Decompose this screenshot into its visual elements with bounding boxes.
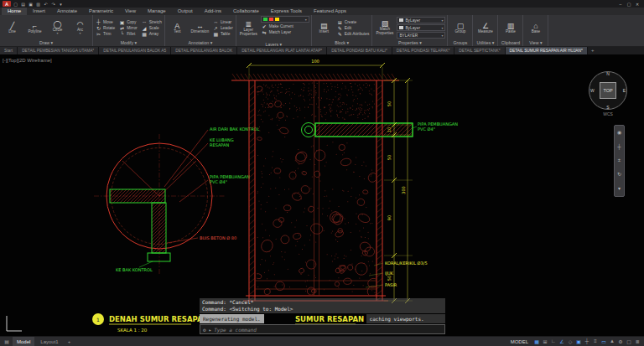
button-edit-attributes[interactable]: ✎Edit Attributes <box>336 31 371 37</box>
viewcube-north[interactable]: N <box>606 71 610 76</box>
pan-icon[interactable]: ┼ <box>617 144 621 150</box>
button-scale[interactable]: ◢Scale <box>141 25 163 31</box>
file-tab-detail-septictank[interactable]: DETAIL SEPTICTANK* <box>454 47 505 54</box>
button-move[interactable]: ┼Move <box>95 19 116 25</box>
layout1-tab[interactable]: Layout1 <box>36 337 62 346</box>
panel-label-groups[interactable]: Groups <box>449 39 470 46</box>
button-create[interactable]: ⊞Create <box>336 19 371 25</box>
command-customize-icon[interactable]: ⚙ <box>203 327 206 333</box>
viewcube-west[interactable]: W <box>590 88 595 93</box>
file-tab-detail-pondasi-batu-kali[interactable]: DETAIL PONDASI BATU KALI* <box>327 47 392 54</box>
button-edit[interactable]: ✎Edit <box>336 25 371 31</box>
object-snap-icon[interactable]: ▣ <box>574 338 583 344</box>
model-tab[interactable]: Model <box>13 337 34 346</box>
button-linear[interactable]: ↔Linear <box>212 19 234 25</box>
ortho-icon[interactable]: ∟ <box>549 338 558 344</box>
button-text[interactable]: AText <box>167 16 188 39</box>
button-insert[interactable]: ▤Insert <box>314 16 335 39</box>
minimize-button[interactable]: – <box>616 1 625 8</box>
panel-label-utilities[interactable]: Utilities ▾ <box>475 39 496 46</box>
button-dimension[interactable]: ↔Dimension <box>190 16 210 39</box>
file-tab-start[interactable]: Start <box>0 47 18 54</box>
zoom-icon[interactable]: ± <box>618 158 621 163</box>
new-file-icon[interactable]: ▢ <box>13 1 18 8</box>
button-mirror[interactable]: ⇄Mirror <box>118 25 138 31</box>
button-match-properties[interactable]: ▨Match Properties <box>374 16 395 39</box>
lineweight-select[interactable]: BYLAYER▾ <box>397 32 445 39</box>
viewcube-top-face[interactable]: TOP <box>600 82 616 99</box>
polar-tracking-icon[interactable]: ∠ <box>558 338 566 344</box>
menu-tab-featured-apps[interactable]: Featured Apps <box>308 8 352 15</box>
viewcube-east[interactable]: E <box>623 88 626 93</box>
isodraft-icon[interactable]: ◇ <box>566 338 574 344</box>
button-array[interactable]: ▦Array <box>141 31 163 37</box>
panel-label-block[interactable]: Block ▾ <box>314 39 371 46</box>
panel-label-properties[interactable]: Properties ▾ <box>374 39 445 46</box>
viewcube-wcs-menu[interactable]: WCS <box>589 111 627 116</box>
button-arc[interactable]: ◠Arc▾ <box>70 16 91 39</box>
file-tab-detail-pembesian-tangga-utama[interactable]: DETAIL PEMBESIAN TANGGA UTAMA* <box>18 47 99 54</box>
new-drawing-tab-button[interactable]: + <box>588 47 598 54</box>
object-track-icon[interactable]: ┼ <box>583 338 591 344</box>
file-tab-detail-pondasi-telapak[interactable]: DETAIL PONDASI TELAPAK* <box>392 47 455 54</box>
panel-label-modify[interactable]: Modify ▾ <box>95 39 163 46</box>
workspace-gear-icon[interactable]: ⚙ <box>616 338 625 344</box>
menu-tab-add-ins[interactable]: Add-ins <box>199 8 227 15</box>
viewcube[interactable]: N S W E TOP WCS <box>589 71 627 110</box>
snap-icon[interactable]: ⊞ <box>541 338 549 344</box>
color-select[interactable]: ByLayer▾ <box>397 17 445 23</box>
model-space-label[interactable]: MODEL <box>511 339 528 344</box>
grid-icon[interactable]: ▦ <box>532 338 541 344</box>
drawing[interactable]: AIR DARI BAK KONTROL KE LUBANG RESAPAN P… <box>0 54 644 336</box>
undo-icon[interactable]: ↶ <box>43 1 49 8</box>
panel-label-draw[interactable]: Draw ▾ <box>2 39 91 46</box>
layer-select[interactable]: ▾ <box>261 16 309 23</box>
menu-tab-insert[interactable]: Insert <box>27 8 51 15</box>
panel-label-clipboard[interactable]: Clipboard <box>500 39 521 46</box>
viewcube-south[interactable]: S <box>606 105 609 110</box>
qat-menu-icon[interactable]: ▾ <box>58 1 64 8</box>
new-layout-button[interactable]: + <box>65 339 75 344</box>
customization-icon[interactable]: ≣ <box>633 338 641 344</box>
button-base[interactable]: ⌂Base <box>525 16 546 39</box>
panel-label-view[interactable]: View ▾ <box>525 39 546 46</box>
redo-icon[interactable]: ↷ <box>50 1 56 8</box>
navbar-more-icon[interactable]: ▾ <box>618 186 621 192</box>
annotation-scale-icon[interactable]: ▲ <box>608 338 616 344</box>
button-match-layer[interactable]: ⇆Match Layer <box>261 29 309 35</box>
button-fillet[interactable]: ╰Fillet <box>118 31 138 37</box>
button-rotate[interactable]: ↻Rotate <box>95 25 116 31</box>
menu-tab-express-tools[interactable]: Express Tools <box>265 8 308 15</box>
button-stretch[interactable]: ⇔Stretch <box>141 19 163 25</box>
menu-tab-output[interactable]: Output <box>172 8 199 15</box>
menu-tab-collaborate[interactable]: Collaborate <box>227 8 265 15</box>
file-tab-detail-sumur-resapan-air-hujan[interactable]: DETAIL SUMUR RESAPAN AIR HUJAN* <box>506 47 588 54</box>
button-table[interactable]: ▦Table <box>212 31 234 37</box>
menu-tab-home[interactable]: Home <box>2 8 27 15</box>
file-tab-detail-penulangan-balok-a5[interactable]: DETAIL PENULANGAN BALOK A5 <box>99 47 171 54</box>
button-circle[interactable]: ◯Circle▾ <box>47 16 68 39</box>
button-group[interactable]: ▢Group <box>449 16 470 39</box>
orbit-icon[interactable]: ↻ <box>617 172 621 178</box>
open-file-icon[interactable]: ▤ <box>20 1 26 8</box>
command-input[interactable]: ⚙ ▸ Type a command <box>200 324 445 334</box>
button-paste[interactable]: ▥Paste <box>500 16 521 39</box>
button-polyline[interactable]: ⌐Polyline <box>24 16 45 39</box>
viewport-controls[interactable]: [-][Top][2D Wireframe] <box>3 58 52 63</box>
clean-screen-icon[interactable]: ▢ <box>625 338 633 344</box>
file-tab-detail-penulangan-balok[interactable]: DETAIL PENULANGAN BALOK <box>171 47 237 54</box>
file-tab-detail-penulangan-plat-lantai-atap[interactable]: DETAIL PENULANGAN PLAT LANTAI ATAP* <box>237 47 327 54</box>
close-button[interactable]: ✕ <box>633 1 641 8</box>
linetype-select[interactable]: ByLayer▾ <box>397 24 445 31</box>
save-icon[interactable]: ▣ <box>28 1 34 8</box>
navigation-wheel-icon[interactable]: ◉ <box>617 130 621 136</box>
button-trim[interactable]: ✂Trim <box>95 31 116 37</box>
menu-tab-manage[interactable]: Manage <box>142 8 172 15</box>
app-logo-icon[interactable]: A <box>3 1 11 7</box>
lineweight-icon[interactable]: ≡ <box>591 338 600 344</box>
button-measure[interactable]: ∠Measure <box>475 16 496 39</box>
maximize-button[interactable]: ▢ <box>625 1 633 8</box>
button-leader[interactable]: ↗Leader <box>212 25 234 31</box>
plot-icon[interactable]: ▥ <box>35 1 41 8</box>
button-layer-properties[interactable]: ≣Layer Properties <box>238 16 259 41</box>
